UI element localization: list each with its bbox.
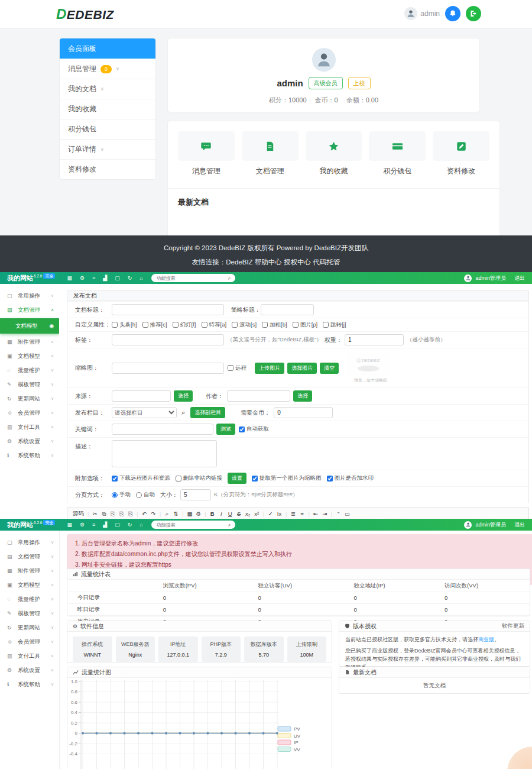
custom-prop-checkbox[interactable] bbox=[173, 322, 179, 328]
editor-toolbar-button[interactable]: ⧉ bbox=[99, 510, 108, 518]
sidebar-item-doc-model[interactable]: ▣文档模型∨ bbox=[0, 578, 59, 592]
extra-option-checkbox[interactable] bbox=[327, 476, 333, 482]
custom-prop-1[interactable]: 推荐[c] bbox=[142, 321, 167, 329]
search-icon[interactable]: ⌕ bbox=[228, 522, 231, 528]
shortcut-0[interactable]: 消息管理 bbox=[178, 131, 235, 190]
editor-toolbar-button[interactable]: ▦ bbox=[185, 510, 194, 518]
shortcut-1[interactable]: 文档管理 bbox=[242, 131, 299, 190]
extra-option-checkbox[interactable] bbox=[176, 476, 181, 482]
extra-option-checkbox[interactable] bbox=[112, 476, 118, 482]
author-input[interactable] bbox=[227, 390, 290, 402]
member-sidebar-item-5[interactable]: 订单详情∨ bbox=[60, 139, 155, 159]
sidebar-item-common-ops[interactable]: ▢常用操作∨ bbox=[0, 535, 59, 550]
friend-links-line[interactable]: 友情连接：DedeBIZ 帮助中心 授权中心 代码托管 bbox=[0, 258, 532, 267]
browse-button[interactable]: 浏览 bbox=[216, 424, 235, 435]
sidebar-item-system-settings[interactable]: ⚙系统设置∨ bbox=[0, 663, 59, 677]
sidebar-item-doc-model[interactable]: ▣文档模型∨ bbox=[0, 349, 59, 363]
admin-username[interactable]: admin管理员 bbox=[475, 521, 506, 529]
sidebar-item-payment-tools[interactable]: ▥支付工具∨ bbox=[0, 649, 59, 663]
editor-toolbar-button[interactable]: ⚙ bbox=[194, 510, 203, 518]
editor-toolbar-button[interactable]: ≡ bbox=[297, 510, 306, 518]
sidebar-item-attachment-manage[interactable]: ▦附件管理∨ bbox=[0, 564, 59, 578]
editor-toolbar-button[interactable]: U bbox=[226, 510, 235, 518]
sidebar-item-system-help[interactable]: ℹ系统帮助∨ bbox=[0, 448, 59, 463]
extra-option-1[interactable]: 删除非站内链接 bbox=[176, 474, 223, 482]
member-sidebar-item-2[interactable]: 我的文档∨ bbox=[60, 79, 155, 99]
doc-title-input[interactable] bbox=[112, 304, 224, 315]
tags-input[interactable] bbox=[112, 334, 224, 345]
sidebar-item-member-manage[interactable]: ☺会员管理∨ bbox=[0, 406, 59, 420]
editor-toolbar-button[interactable]: ⇤ bbox=[312, 510, 320, 518]
custom-prop-checkbox[interactable] bbox=[293, 322, 299, 328]
brief-title-input[interactable] bbox=[261, 304, 314, 315]
sidebar-subitem-doc-model-active[interactable]: 文档模型◉ bbox=[0, 318, 59, 334]
sidebar-item-payment-tools[interactable]: ▥支付工具∨ bbox=[0, 420, 59, 434]
upload-image-button[interactable]: 上传图片 bbox=[255, 363, 284, 374]
custom-prop-checkbox[interactable] bbox=[112, 322, 118, 328]
menu-icon[interactable]: ≡ bbox=[92, 522, 95, 528]
subcolumn-button[interactable]: 选择副栏目 bbox=[190, 407, 225, 418]
paging-manual-radio[interactable] bbox=[112, 492, 118, 498]
header-user[interactable]: admin bbox=[404, 7, 440, 20]
extra-option-3[interactable]: 图片是否加水印 bbox=[327, 474, 374, 482]
editor-toolbar-button[interactable]: ⎘ bbox=[117, 510, 126, 518]
editor-toolbar-button[interactable]: S bbox=[235, 510, 244, 518]
custom-prop-3[interactable]: 特荐[a] bbox=[202, 321, 227, 329]
custom-prop-6[interactable]: 图片[p] bbox=[293, 321, 318, 329]
sidebar-item-template-manage[interactable]: ✎模板管理∨ bbox=[0, 606, 59, 621]
sidebar-item-member-manage[interactable]: ☺会员管理∨ bbox=[0, 635, 59, 649]
software-update-link[interactable]: 软件更新 bbox=[502, 622, 524, 630]
editor-toolbar-button[interactable]: ⎘ bbox=[108, 510, 117, 518]
editor-toolbar-button[interactable]: 源码 bbox=[71, 509, 86, 518]
member-sidebar-item-1[interactable]: 消息管理0∨ bbox=[60, 59, 155, 79]
search-box[interactable]: ⌕ bbox=[151, 274, 235, 282]
notifications-button[interactable] bbox=[445, 6, 460, 21]
folder-icon[interactable]: ▢ bbox=[115, 275, 120, 281]
sidebar-item-system-help[interactable]: ℹ系统帮助∨ bbox=[0, 677, 59, 692]
member-sidebar-item-6[interactable]: 资料修改 bbox=[60, 159, 155, 179]
site-brand[interactable]: 我的网站6.2.6安全 bbox=[7, 520, 55, 529]
sidebar-item-batch-maintain[interactable]: ◌批量维护∨ bbox=[0, 363, 59, 377]
custom-prop-5[interactable]: 加粗[b] bbox=[262, 321, 287, 329]
auto-fetch-checkbox[interactable] bbox=[239, 426, 245, 432]
admin-username[interactable]: admin管理员 bbox=[475, 274, 506, 282]
sidebar-item-doc-manage[interactable]: ▤文档管理∧ bbox=[0, 303, 59, 317]
sidebar-item-update-site[interactable]: ↻更新网站∨ bbox=[0, 621, 59, 635]
clear-image-button[interactable]: 清空 bbox=[320, 363, 339, 374]
apps-grid-icon[interactable]: ▦ bbox=[67, 275, 72, 281]
editor-toolbar-button[interactable]: ▭ bbox=[343, 510, 352, 518]
editor-toolbar-button[interactable]: ⎘ bbox=[126, 510, 135, 518]
keywords-input[interactable] bbox=[112, 424, 213, 435]
logout-link[interactable]: 退出 bbox=[514, 274, 525, 282]
settings-icon[interactable]: ⚙ bbox=[80, 275, 85, 281]
extra-option-checkbox[interactable] bbox=[252, 476, 258, 482]
editor-toolbar-button[interactable]: ⇥ bbox=[320, 510, 329, 518]
sidebar-item-system-settings[interactable]: ⚙系统设置∨ bbox=[0, 434, 59, 448]
editor-toolbar-button[interactable]: x² bbox=[252, 510, 261, 518]
member-sidebar-item-4[interactable]: 积分钱包 bbox=[60, 119, 155, 139]
choose-image-button[interactable]: 选择图片 bbox=[287, 363, 317, 374]
source-select-button[interactable]: 选择 bbox=[174, 390, 193, 402]
search-icon[interactable]: ⌕ bbox=[228, 275, 231, 282]
custom-prop-2[interactable]: 幻灯[f] bbox=[173, 321, 196, 329]
sidebar-item-doc-manage[interactable]: ▤文档管理∨ bbox=[0, 550, 59, 564]
custom-prop-checkbox[interactable] bbox=[202, 322, 207, 328]
editor-toolbar-button[interactable]: ≣ bbox=[288, 510, 297, 518]
extra-option-2[interactable]: 提取第一个图片为缩略图 bbox=[252, 474, 322, 482]
coin-input[interactable] bbox=[274, 407, 333, 418]
stats-icon[interactable]: ▟ bbox=[103, 522, 107, 528]
editor-toolbar-button[interactable]: ↶ bbox=[140, 510, 149, 518]
custom-prop-0[interactable]: 头条[h] bbox=[112, 321, 137, 329]
folder-icon[interactable]: ▢ bbox=[115, 522, 120, 528]
logout-link[interactable]: 退出 bbox=[514, 521, 525, 529]
custom-prop-checkbox[interactable] bbox=[142, 322, 148, 328]
editor-toolbar-button[interactable]: x₂ bbox=[244, 510, 252, 518]
column-select[interactable]: 请选择栏目 bbox=[112, 407, 177, 418]
thumbnail-input[interactable] bbox=[112, 363, 224, 374]
editor-toolbar-button[interactable]: B bbox=[208, 510, 217, 518]
commercial-edition-link[interactable]: 商业版 bbox=[478, 636, 494, 642]
remote-checkbox[interactable] bbox=[228, 365, 233, 371]
editor-toolbar-button[interactable]: ✓ bbox=[266, 510, 275, 518]
sidebar-item-batch-maintain[interactable]: ◌批量维护∨ bbox=[0, 592, 59, 606]
column-search-icon[interactable]: ⌕ bbox=[181, 409, 185, 416]
